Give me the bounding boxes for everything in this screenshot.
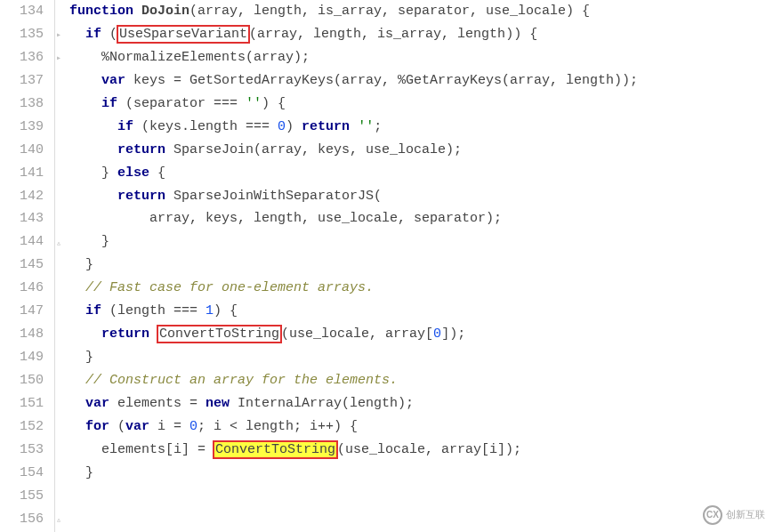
highlighted-identifier: ConvertToString bbox=[213, 440, 338, 459]
line-number: 139 bbox=[0, 116, 51, 139]
code-line[interactable]: return SparseJoinWithSeparatorJS( bbox=[69, 185, 638, 208]
code-line[interactable]: } bbox=[69, 346, 638, 369]
line-number: 154 bbox=[0, 462, 51, 485]
fold-marker[interactable]: ▸ bbox=[56, 31, 61, 40]
line-number: 155 bbox=[0, 485, 51, 508]
code-line[interactable]: } bbox=[69, 462, 638, 485]
code-line[interactable]: for (var i = 0; i < length; i++) { bbox=[69, 415, 638, 439]
line-number: 134 bbox=[0, 0, 51, 23]
code-editor: 1341351361371381391401411421431441451461… bbox=[0, 0, 774, 532]
line-number: 149 bbox=[0, 346, 51, 369]
line-number: 137 bbox=[0, 69, 51, 93]
code-area[interactable]: function DoJoin(array, length, is_array,… bbox=[68, 0, 638, 532]
watermark-icon: CX bbox=[703, 505, 722, 525]
fold-marker[interactable]: ▵ bbox=[56, 516, 61, 525]
code-line[interactable]: } else { bbox=[69, 162, 638, 185]
code-line[interactable]: elements[i] = ConvertToString(use_locale… bbox=[69, 439, 638, 462]
line-number: 150 bbox=[0, 369, 51, 392]
code-line[interactable]: } bbox=[69, 254, 638, 277]
line-number-gutter: 1341351361371381391401411421431441451461… bbox=[0, 0, 55, 532]
code-line[interactable]: return SparseJoin(array, keys, use_local… bbox=[69, 139, 638, 162]
line-number: 152 bbox=[0, 415, 51, 439]
code-line[interactable]: if (UseSparseVariant(array, length, is_a… bbox=[69, 23, 638, 46]
line-number: 147 bbox=[0, 300, 51, 323]
highlighted-identifier: UseSparseVariant bbox=[117, 25, 250, 44]
line-number: 148 bbox=[0, 323, 51, 346]
line-number: 145 bbox=[0, 254, 51, 277]
code-line[interactable]: var keys = GetSortedArrayKeys(array, %Ge… bbox=[69, 69, 638, 93]
line-number: 142 bbox=[0, 185, 51, 208]
code-line[interactable]: // Construct an array for the elements. bbox=[69, 369, 638, 392]
code-line[interactable]: } bbox=[69, 230, 638, 254]
line-number: 143 bbox=[0, 207, 51, 230]
line-number: 151 bbox=[0, 392, 51, 415]
line-number: 135 bbox=[0, 23, 51, 46]
highlighted-identifier: ConvertToString bbox=[157, 325, 282, 343]
fold-marker[interactable]: ▸ bbox=[56, 54, 61, 63]
line-number: 141 bbox=[0, 162, 51, 185]
line-number: 144 bbox=[0, 230, 51, 254]
code-line[interactable]: %NormalizeElements(array); bbox=[69, 46, 638, 69]
code-line[interactable]: var elements = new InternalArray(length)… bbox=[69, 392, 638, 415]
watermark: CX 创新互联 bbox=[703, 505, 765, 525]
code-line[interactable]: if (length === 1) { bbox=[69, 300, 638, 323]
code-line[interactable]: array, keys, length, use_locale, separat… bbox=[69, 207, 638, 230]
line-number: 156 bbox=[0, 508, 51, 531]
line-number: 140 bbox=[0, 139, 51, 162]
fold-marker[interactable]: ▵ bbox=[56, 239, 61, 248]
line-number: 138 bbox=[0, 93, 51, 116]
code-line[interactable]: return ConvertToString(use_locale, array… bbox=[69, 323, 638, 346]
fold-column: ▸▸▵▵ bbox=[55, 0, 68, 532]
code-line[interactable]: // Fast case for one-element arrays. bbox=[69, 277, 638, 300]
code-line[interactable]: if (separator === '') { bbox=[69, 93, 638, 116]
code-line[interactable]: if (keys.length === 0) return ''; bbox=[69, 116, 638, 139]
line-number: 153 bbox=[0, 439, 51, 462]
line-number: 146 bbox=[0, 277, 51, 300]
line-number: 136 bbox=[0, 46, 51, 69]
watermark-text: 创新互联 bbox=[726, 506, 765, 523]
code-line[interactable]: function DoJoin(array, length, is_array,… bbox=[69, 0, 638, 23]
